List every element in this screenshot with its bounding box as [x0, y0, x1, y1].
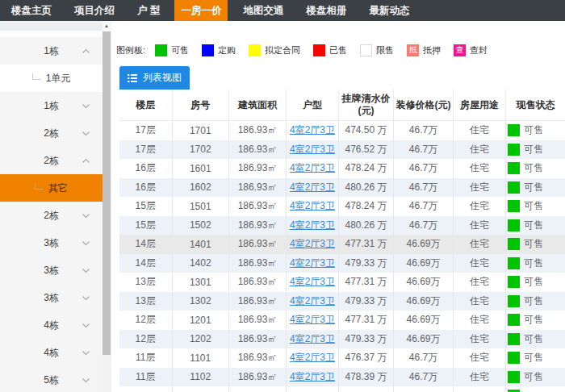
sidebar-item-10[interactable]: 3栋 [0, 284, 103, 311]
sidebar-item-9[interactable]: 3栋 [0, 256, 103, 284]
nav-item-7[interactable]: 最新动态 [358, 0, 421, 21]
sidebar-item-6-selected[interactable]: 其它 [0, 174, 103, 202]
nav-item-3[interactable]: 户 型 [126, 0, 171, 21]
sidebar-item-label: 2栋 [44, 127, 59, 140]
unit-layout-link[interactable]: 4室2厅3卫 [290, 351, 335, 365]
cell-area: 186.93㎡ [229, 121, 287, 140]
scroll-up-arrow-icon[interactable]: ▲ [103, 21, 111, 31]
cell-room: 1502 [173, 216, 230, 236]
unit-layout-link[interactable]: 4室2厅3卫 [290, 370, 335, 384]
status-square-icon [508, 276, 520, 288]
unit-layout-link[interactable]: 4室2厅3卫 [290, 332, 335, 346]
sidebar-item-label: 1栋 [44, 99, 59, 113]
unit-layout-link[interactable]: 4室2厅3卫 [290, 123, 335, 137]
nav-item-5[interactable]: 地图交通 [232, 0, 295, 21]
unit-layout-link[interactable]: 4室2厅3卫 [290, 181, 335, 194]
nav-item-2[interactable]: 项目介绍 [63, 0, 126, 21]
table-row: 11层1102186.93㎡4室2厅3卫478.39 万46.7万住宅可售 [119, 368, 565, 387]
nav-item-6[interactable]: 楼盘相册 [295, 0, 358, 21]
cell-status: 可售 [506, 197, 565, 216]
table-row: 11层1101186.93㎡4室2厅3卫476.37 万46.7万住宅可售 [119, 348, 565, 368]
status-square-icon [508, 219, 520, 231]
status-label: 可售 [524, 275, 543, 289]
cell-layout: 4室2厅3卫 [287, 254, 339, 273]
cell-usage: 住宅 [454, 292, 506, 311]
sidebar-item-4[interactable]: 2栋 [0, 119, 103, 147]
cell-status: 可售 [506, 159, 565, 178]
sidebar-item-label: 3栋 [44, 264, 59, 277]
unit-layout-link[interactable]: 4室2厅3卫 [290, 219, 335, 232]
unit-layout-link[interactable]: 4室2厅3卫 [290, 275, 335, 289]
sidebar-item-label: 2栋 [44, 154, 59, 168]
chevron-down-icon [82, 321, 89, 328]
sidebar-item-1[interactable]: 1栋 [0, 37, 103, 65]
sidebar-item-2[interactable]: 1单元 [0, 65, 103, 92]
cell-floor: 15层 [119, 216, 173, 236]
cell-layout: 4室2厅3卫 [287, 348, 339, 368]
nav-item-4-active[interactable]: 一房一价 [174, 0, 228, 21]
chevron-down-icon [82, 211, 89, 219]
cell-usage [454, 386, 506, 392]
cell-price: 478.24 万 [339, 159, 394, 178]
cell-usage: 住宅 [454, 348, 506, 368]
sidebar-scrollbar[interactable]: ▲ [103, 21, 111, 392]
cell-layout: 4室2厅3卫 [287, 140, 339, 160]
cell-status: 可售 [506, 348, 565, 368]
cell-floor: 12层 [119, 330, 173, 349]
list-view-label: 列表视图 [143, 71, 182, 85]
status-label: 可售 [524, 351, 543, 365]
cell-usage: 住宅 [454, 197, 506, 216]
list-view-button[interactable]: 列表视图 [119, 66, 190, 90]
unit-layout-link[interactable]: 4室2厅3卫 [290, 161, 335, 175]
cell-status: 可售 [506, 178, 565, 198]
cell-price: 476.37 万 [339, 348, 394, 368]
unit-layout-link[interactable]: 4室2厅3卫 [290, 143, 335, 156]
sidebar-item-8[interactable]: 3栋 [0, 229, 103, 256]
cell-area: 186.93㎡ [229, 348, 287, 368]
cell-layout: 4室2厅3卫 [287, 178, 339, 198]
unit-layout-link[interactable]: 4室2厅3卫 [290, 313, 335, 327]
status-square-icon [508, 257, 520, 269]
cell-usage: 住宅 [454, 121, 506, 140]
cell-usage: 住宅 [454, 216, 506, 236]
cell-decor: 46.7万 [394, 159, 454, 178]
sidebar-item-13[interactable]: 5栋 [0, 366, 103, 392]
cell-price: 474.50 万 [339, 121, 394, 140]
cell-room: 1102 [173, 368, 230, 387]
sidebar-item-11[interactable]: 4栋 [0, 311, 103, 339]
status-label: 可售 [524, 143, 543, 156]
cell-status: 可售 [506, 216, 565, 236]
cell-usage: 住宅 [454, 235, 506, 254]
unit-layout-link[interactable]: 4室2厅3卫 [290, 237, 335, 251]
sidebar-item-7[interactable]: 2栋 [0, 202, 103, 229]
table-row: 12层1201186.93㎡4室2厅3卫477.31 万46.69万住宅可售 [119, 311, 565, 330]
legend-item-6: 抵抵押 [407, 44, 441, 56]
sidebar: 1栋1单元1栋2栋2栋其它2栋3栋3栋3栋4栋4栋5栋 ▲ [0, 21, 111, 392]
cell-room: 1701 [173, 121, 230, 140]
chevron-down-icon [82, 376, 89, 383]
unit-layout-link[interactable]: 4室2厅3卫 [290, 294, 335, 308]
unit-layout-link[interactable]: 4室2厅3卫 [290, 199, 335, 213]
table-header-row: 楼层房号建筑面积户型挂牌清水价(元)装修价格(元)房屋用途现售状态 [119, 90, 565, 121]
sidebar-item-5[interactable]: 2栋 [0, 147, 103, 174]
top-nav: 楼盘主页项目介绍户 型一房一价地图交通楼盘相册最新动态 [0, 0, 565, 21]
unit-layout-link[interactable]: 4室2厅3卫 [290, 256, 335, 270]
cell-decor: 46.7万 [394, 178, 454, 198]
scrollbar-thumb[interactable] [103, 31, 111, 355]
status-square-icon [508, 352, 520, 364]
tree-branch-icon [35, 183, 43, 190]
cell-room: 1402 [173, 254, 230, 273]
column-header-1: 楼层 [119, 90, 173, 120]
status-square-icon [508, 314, 520, 326]
cell-price: 477.31 万 [339, 273, 394, 292]
sidebar-item-3[interactable]: 1栋 [0, 92, 103, 119]
nav-item-1[interactable]: 楼盘主页 [0, 0, 63, 21]
cell-status: 可售 [506, 121, 565, 140]
table-row: 15层1502186.93㎡4室2厅3卫480.26 万46.7万住宅可售 [119, 216, 565, 236]
sidebar-item-12[interactable]: 4栋 [0, 339, 103, 366]
cell-decor: 46.69万 [394, 292, 454, 311]
sidebar-item-label: 2栋 [44, 209, 59, 223]
sidebar-item-label: 4栋 [44, 346, 59, 360]
cell-decor [394, 386, 454, 392]
cell-status [506, 386, 565, 392]
